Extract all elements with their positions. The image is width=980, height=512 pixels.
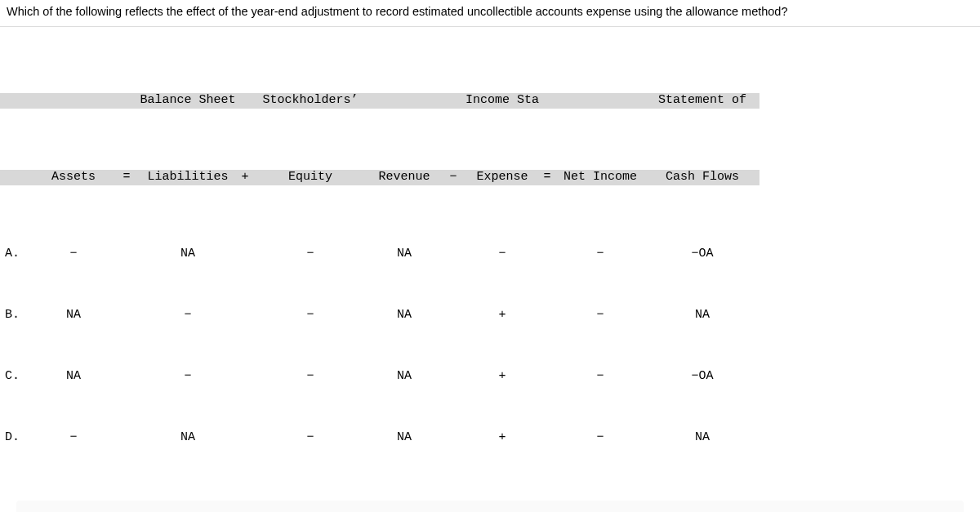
- cell-equity: −: [253, 247, 368, 262]
- cell-cf: NA: [645, 430, 760, 446]
- cell-ni: −: [555, 369, 645, 385]
- table-row: D. − NA − NA + − NA: [0, 430, 980, 446]
- table-row: C. NA − − NA + − −OA: [0, 369, 980, 385]
- col-net-income: Net Income: [555, 170, 645, 185]
- question-text: Which of the following reflects the effe…: [0, 0, 980, 27]
- balance-sheet-header: Balance Sheet: [139, 93, 237, 109]
- cell-liab: NA: [139, 247, 237, 262]
- col-cash-flows: Cash Flows: [645, 170, 760, 185]
- col-expense: Expense: [466, 170, 539, 185]
- cell-exp: +: [466, 430, 539, 446]
- row-label: D.: [0, 430, 33, 446]
- cell-ni: −: [555, 430, 645, 446]
- effects-table: Balance Sheet Stockholders’ Income State…: [0, 32, 980, 476]
- col-eq2: =: [539, 170, 555, 185]
- multiple-choice-block: Multiple Choice Option C Option D Option…: [16, 501, 964, 512]
- col-eq: =: [114, 170, 139, 185]
- cell-cf: NA: [645, 308, 760, 323]
- cell-equity: −: [253, 430, 368, 446]
- cell-rev: NA: [368, 247, 441, 262]
- cell-equity: −: [253, 369, 368, 385]
- cell-assets: NA: [33, 308, 114, 323]
- cell-exp: +: [466, 308, 539, 323]
- row-label: C.: [0, 369, 33, 385]
- col-plus: +: [237, 170, 253, 185]
- row-label: B.: [0, 308, 33, 323]
- cell-ni: −: [555, 247, 645, 262]
- cell-cf: −OA: [645, 369, 760, 385]
- income-statement-header: Income Statement: [466, 93, 539, 109]
- col-liabilities: Liabilities: [139, 170, 237, 185]
- row-label: A.: [0, 247, 33, 262]
- mc-title: Multiple Choice: [16, 501, 964, 512]
- cell-assets: NA: [33, 369, 114, 385]
- cell-rev: NA: [368, 369, 441, 385]
- cell-liab: −: [139, 308, 237, 323]
- cell-liab: NA: [139, 430, 237, 446]
- section-header-row: Balance Sheet Stockholders’ Income State…: [0, 93, 980, 109]
- cashflows-header-line1: Statement of: [645, 93, 760, 109]
- col-minus: −: [441, 170, 466, 185]
- col-assets: Assets: [33, 170, 114, 185]
- cell-equity: −: [253, 308, 368, 323]
- cell-exp: +: [466, 369, 539, 385]
- cell-liab: −: [139, 369, 237, 385]
- equity-header-line1: Stockholders’: [253, 93, 368, 109]
- cell-ni: −: [555, 308, 645, 323]
- table-row: B. NA − − NA + − NA: [0, 308, 980, 323]
- table-row: A. − NA − NA − − −OA: [0, 247, 980, 262]
- col-revenue: Revenue: [368, 170, 441, 185]
- cell-assets: −: [33, 430, 114, 446]
- col-equity: Equity: [253, 170, 368, 185]
- cell-rev: NA: [368, 308, 441, 323]
- cell-assets: −: [33, 247, 114, 262]
- cell-rev: NA: [368, 430, 441, 446]
- column-header-row: Assets = Liabilities + Equity Revenue − …: [0, 170, 980, 185]
- cell-cf: −OA: [645, 247, 760, 262]
- cell-exp: −: [466, 247, 539, 262]
